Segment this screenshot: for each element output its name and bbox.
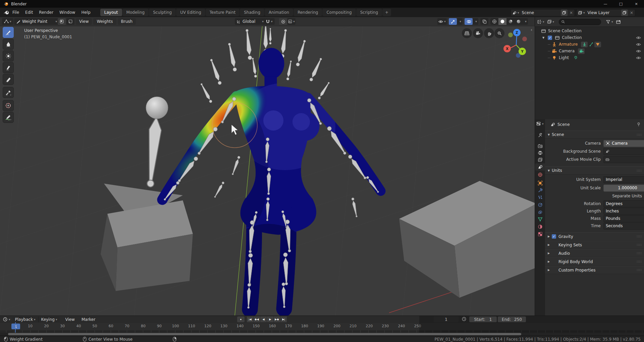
workspace-tab[interactable]: Sculpting <box>149 9 176 16</box>
camera-data-badge[interactable] <box>578 48 585 54</box>
outliner-filter-mode-dropdown[interactable]: ▾ <box>547 19 554 24</box>
workspace-tab[interactable]: UV Editing <box>176 9 205 16</box>
mass-dropdown[interactable]: Pounds▾ <box>603 215 644 222</box>
jump-to-start[interactable]: |◀ <box>247 316 253 322</box>
paint-mask-verts-toggle[interactable] <box>66 18 74 25</box>
gizmo-dropdown[interactable]: ▾ <box>457 18 463 25</box>
view-layer-selector[interactable]: ▾ View Layer × <box>576 9 635 16</box>
panel-checkbox[interactable] <box>552 234 556 239</box>
mode-dropdown[interactable]: Weight Paint ▾ <box>14 18 59 25</box>
tool-blur[interactable] <box>3 39 14 50</box>
tool-smear[interactable] <box>3 62 14 73</box>
shading-dropdown[interactable]: ▾ <box>523 18 528 25</box>
tab-tool[interactable] <box>535 132 545 139</box>
show-gizmo-toggle[interactable] <box>449 18 457 25</box>
jump-to-end[interactable]: ▶| <box>280 316 287 322</box>
outliner-search[interactable] <box>559 19 601 25</box>
menu-view[interactable]: View <box>76 18 92 25</box>
eye-icon[interactable] <box>636 35 641 40</box>
view-layer-icon[interactable]: ▾ <box>577 9 586 16</box>
current-frame-badge[interactable]: 1 <box>11 324 20 329</box>
editor-type-button[interactable]: ▾ <box>2 18 13 25</box>
tab-render[interactable] <box>535 143 545 150</box>
tab-particles[interactable] <box>535 194 545 201</box>
xray-toggle[interactable] <box>480 18 488 25</box>
workspace-tab[interactable]: Animation <box>265 9 293 16</box>
panel-scene-header[interactable]: ▼ Scene <box>545 131 644 139</box>
tool-draw[interactable] <box>3 27 14 38</box>
tab-view-layer[interactable] <box>535 156 545 163</box>
next-keyframe[interactable]: ▶◆ <box>274 316 280 322</box>
unit-system-dropdown[interactable]: Imperial▾ <box>603 176 644 183</box>
menu-marker[interactable]: Marker <box>78 317 99 322</box>
eye-icon[interactable] <box>636 49 641 53</box>
remove-view-layer-button[interactable]: × <box>628 10 635 15</box>
minimize-button[interactable]: — <box>598 0 613 8</box>
outliner-row-camera[interactable]: Camera <box>535 48 644 54</box>
rotation-dropdown[interactable]: Degrees▾ <box>603 200 644 207</box>
background-scene-field[interactable] <box>603 148 644 155</box>
workspace-tab[interactable]: Shading <box>240 9 264 16</box>
tab-modifiers[interactable] <box>535 187 545 194</box>
disclosure-icon[interactable]: ▼ <box>542 36 544 39</box>
menu-file[interactable]: File <box>9 9 22 16</box>
outliner-label[interactable]: Camera <box>559 49 575 53</box>
collection-checkbox[interactable]: ✓ <box>548 36 552 40</box>
menu-render[interactable]: Render <box>36 9 56 16</box>
unit-scale-slider[interactable]: 1.000000 <box>603 185 644 192</box>
new-collection-button[interactable] <box>616 19 621 25</box>
navigation-gizmo[interactable]: X Y Z <box>501 28 532 59</box>
outliner-label[interactable]: Collection <box>562 35 582 40</box>
close-button[interactable]: × <box>629 0 644 8</box>
workspace-tab[interactable]: Rendering <box>293 9 322 16</box>
outliner-label[interactable]: Scene Collection <box>548 29 582 33</box>
tab-material[interactable] <box>535 223 545 230</box>
new-view-layer-button[interactable] <box>621 9 628 16</box>
object-visibility-dropdown[interactable]: ▾ <box>437 18 447 25</box>
eye-icon[interactable] <box>636 55 641 60</box>
paint-mask-faces-toggle[interactable] <box>58 18 66 25</box>
drag-dots-icon[interactable] <box>637 251 642 255</box>
shading-wireframe-button[interactable] <box>490 18 498 25</box>
unlink-scene-button[interactable]: × <box>568 10 575 15</box>
shading-solid-button[interactable] <box>498 18 506 25</box>
tool-sample-weight[interactable] <box>3 87 14 98</box>
play-reverse[interactable]: ◀ <box>260 316 267 322</box>
menu-brush[interactable]: Brush <box>118 18 136 25</box>
camera-view-button[interactable] <box>473 28 483 38</box>
drag-dots-icon[interactable] <box>637 133 642 137</box>
workspace-tab[interactable]: Modeling <box>122 9 149 16</box>
shading-rendered-button[interactable] <box>515 18 523 25</box>
mesh-child-badge[interactable] <box>594 42 601 47</box>
menu-keying[interactable]: Keying▾ <box>38 316 60 322</box>
collapsed-panel-header[interactable]: ▶ Gravity <box>545 232 644 241</box>
view-layer-name[interactable]: View Layer <box>586 10 621 15</box>
drag-dots-icon[interactable] <box>637 243 642 247</box>
collapsed-panel-header[interactable]: ▶ Keying Sets <box>545 241 644 249</box>
menu-weights[interactable]: Weights <box>93 18 116 25</box>
tab-physics[interactable] <box>535 201 545 208</box>
pose-mode-badge[interactable] <box>581 42 588 47</box>
outliner-row-collection[interactable]: ▼ ✓ Collection <box>535 34 644 41</box>
properties-editor-type-button[interactable]: ▾ <box>536 121 544 126</box>
scene-camera-field[interactable]: Camera × <box>603 140 644 147</box>
outliner-filter-dropdown[interactable]: ▾ <box>606 19 613 24</box>
tool-average[interactable] <box>3 50 14 61</box>
proportional-falloff-dropdown[interactable]: ▾ <box>287 18 296 25</box>
auto-keying-record-button[interactable]: ● <box>237 316 245 322</box>
transform-orientation-dropdown[interactable]: Global ▾ <box>235 18 266 25</box>
scene-name[interactable]: Scene <box>521 10 560 15</box>
drag-dots-icon[interactable] <box>637 260 642 263</box>
play[interactable]: ▶ <box>267 316 273 322</box>
gizmo-axis-x[interactable]: X <box>503 45 511 52</box>
new-scene-button[interactable] <box>561 9 568 16</box>
menu-edit[interactable]: Edit <box>22 9 36 16</box>
scene-icon[interactable]: ▾ <box>511 9 521 16</box>
menu-view[interactable]: View <box>62 317 78 322</box>
outliner-row-light[interactable]: Light <box>535 54 644 61</box>
tab-texture[interactable] <box>535 231 545 238</box>
tab-world[interactable] <box>535 171 545 178</box>
tab-scene[interactable] <box>535 163 545 170</box>
timeline-editor-type-button[interactable]: ▾ <box>3 317 10 322</box>
active-movie-clip-field[interactable] <box>603 156 644 163</box>
